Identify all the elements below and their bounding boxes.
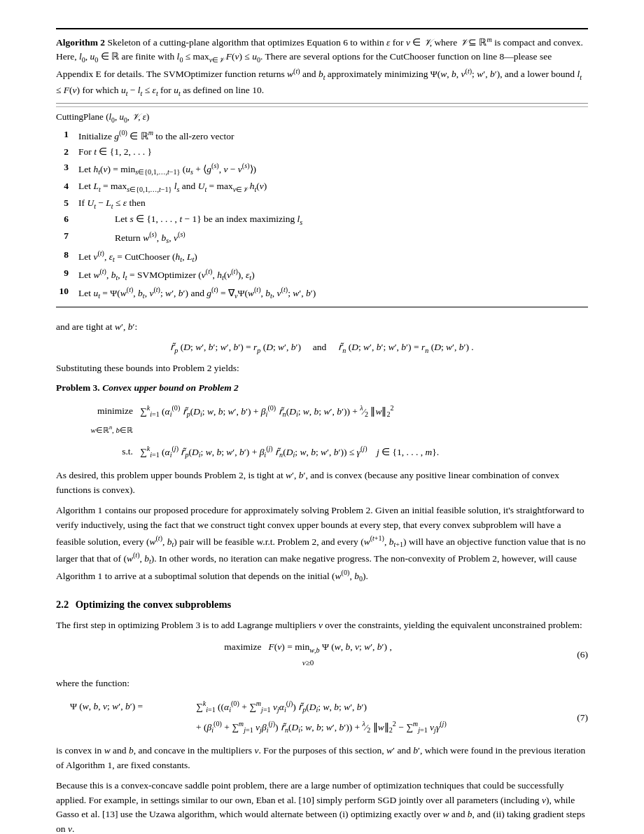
problem3-bold: Problem 3. <box>56 382 100 393</box>
algo-lineno-9: 9 <box>56 265 76 284</box>
psi-line1: Ψ (w, b, v; w′, b′) = ∑ki=1 ((αi(0) + ∑m… <box>70 697 553 717</box>
algo-lineno-3: 3 <box>56 160 76 178</box>
algo-line-7: 7 Return w(s), bs, v(s) <box>56 228 588 246</box>
psi-lhs: Ψ (w, b, v; w′, b′) = <box>70 697 196 716</box>
algorithm-header: Algorithm 2 Skeleton of a cutting-plane … <box>56 34 588 99</box>
substituting-text: Substituting these bounds into Problem 2… <box>56 361 588 376</box>
minimize-word: minimize <box>97 405 133 416</box>
algo-lineno-8: 8 <box>56 247 76 265</box>
problem3-math: minimize w∈ℝn, b∈ℝ ∑ki=1 (αi(0) r̃p(Di; … <box>56 401 588 462</box>
psi-line2: + (βi(0) + ∑mj=1 vjβi(j)) r̃n(Di; w, b; … <box>196 717 553 737</box>
algorithm-title: Algorithm 2 <box>56 37 105 48</box>
st-label: s.t. <box>56 442 140 461</box>
algo-code-3: Let ht(v) = mins∈{0,1,…,t−1} (us + ⟨g(s)… <box>76 160 588 178</box>
problem3-label: Problem 3. Convex upper bound on Problem… <box>56 381 588 396</box>
algo-line-10: 10 Let ut = Ψ(w(t), bt, v(t); w′, b′) an… <box>56 284 588 302</box>
v-constraint: v≥0 <box>302 658 314 667</box>
problem3-constraint: ∑ki=1 (αi(j) r̃p(Di; w, b; w′, b′) + βi(… <box>140 442 439 462</box>
algo-procedure-name: CuttingPlane (l0, u0, 𝒱, ε) <box>56 106 588 125</box>
algo-lineno-7: 7 <box>56 228 76 246</box>
algo-lineno-5: 5 <box>56 195 76 212</box>
algo-line-9: 9 Let w(t), bt, lt = SVMOptimizer (v(t),… <box>56 265 588 284</box>
is-convex-text: is convex in w and b, and concave in the… <box>56 744 588 773</box>
algo-line-4: 4 Let Lt = maxs∈{0,1,…,t−1} ls and Ut = … <box>56 179 588 195</box>
algo-code-8: Let v(t), εt = CutChooser (ht, Lt) <box>76 247 588 265</box>
problem3-objective: ∑ki=1 (αi(0) r̃p(Di; w, b; w′, b′) + βi(… <box>140 401 394 422</box>
algo-code-4: Let Lt = maxs∈{0,1,…,t−1} ls and Ut = ma… <box>76 179 588 195</box>
algo-lineno-6: 6 <box>56 211 76 228</box>
algo1-description: Algorithm 1 contains our proposed proced… <box>56 503 588 585</box>
algo-line-6: 6 Let s ∈ {1, . . . , t − 1} be an index… <box>56 211 588 228</box>
problem3-constraint-row: s.t. ∑ki=1 (αi(j) r̃p(Di; w, b; w′, b′) … <box>56 442 588 462</box>
algo-lineno-10: 10 <box>56 284 76 302</box>
algo-code-5: If Ut − Lt ≤ ε then <box>76 195 588 212</box>
equation-6-content: maximize F(v) = minw,b Ψ (w, b, v; w′, b… <box>56 640 560 669</box>
algo-code-7: Return w(s), bs, v(s) <box>76 228 588 246</box>
as-desired-text: As desired, this problem upper bounds Pr… <box>56 468 588 498</box>
tight-equations: r̃p (D; w′, b′; w′, b′) = rp (D; w′, b′)… <box>56 340 588 356</box>
algo-code-2: For t ∈ {1, 2, . . . } <box>76 144 588 160</box>
algo-line-1: 1 Initialize g(0) ∈ ℝm to the all-zero v… <box>56 127 588 144</box>
problem3-obj-row: minimize w∈ℝn, b∈ℝ ∑ki=1 (αi(0) r̃p(Di; … <box>56 401 588 439</box>
psi-rhs: ∑ki=1 ((αi(0) + ∑mj=1 vjαi(j)) r̃p(Di; w… <box>196 697 367 717</box>
algo-code-6: Let s ∈ {1, . . . , t − 1} be an index m… <box>76 211 588 228</box>
algo-code-1: Initialize g(0) ∈ ℝm to the all-zero vec… <box>76 127 588 144</box>
algo-code-9: Let w(t), bt, lt = SVMOptimizer (v(t), h… <box>76 265 588 284</box>
equation-7-block: Ψ (w, b, v; w′, b′) = ∑ki=1 ((αi(0) + ∑m… <box>70 697 588 738</box>
section22-title: Optimizing the convex subproblems <box>76 599 231 610</box>
tight-bounds-para: and are tight at w′, b′: <box>56 320 588 335</box>
algo-line-2: 2 For t ∈ {1, 2, . . . } <box>56 144 588 160</box>
equation-7-row: Ψ (w, b, v; w′, b′) = ∑ki=1 ((αi(0) + ∑m… <box>70 697 588 738</box>
algorithm-steps: 1 Initialize g(0) ∈ ℝm to the all-zero v… <box>56 127 588 303</box>
minimize-subscript: w∈ℝn, b∈ℝ <box>91 426 133 434</box>
equation-6-number: (6) <box>560 648 588 662</box>
algo-lineno-4: 4 <box>56 179 76 195</box>
section22-num: 2.2 <box>56 599 69 610</box>
where-function-text: where the function: <box>56 676 588 691</box>
equation-6-block: maximize F(v) = minw,b Ψ (w, b, v; w′, b… <box>56 640 588 669</box>
algo-lineno-1: 1 <box>56 127 76 144</box>
algorithm-description: Skeleton of a cutting-plane algorithm th… <box>56 37 583 95</box>
minimize-label: minimize w∈ℝn, b∈ℝ <box>56 401 140 439</box>
equation-7-content: Ψ (w, b, v; w′, b′) = ∑ki=1 ((αi(0) + ∑m… <box>70 697 553 738</box>
section22-heading: 2.2 Optimizing the convex subproblems <box>56 597 588 613</box>
algo-divider <box>56 103 588 104</box>
algo-line-5: 5 If Ut − Lt ≤ ε then <box>56 195 588 212</box>
first-step-text: The first step in optimizing Problem 3 i… <box>56 618 588 633</box>
algorithm-box: Algorithm 2 Skeleton of a cutting-plane … <box>56 28 588 307</box>
equation-7-number: (7) <box>553 708 588 727</box>
because-convex-text: Because this is a convex-concave saddle … <box>56 779 588 834</box>
algo-line-8: 8 Let v(t), εt = CutChooser (ht, Lt) <box>56 247 588 265</box>
problem3-italic: Convex upper bound on Problem 2 <box>102 382 239 393</box>
algo-code-10: Let ut = Ψ(w(t), bt, v(t); w′, b′) and g… <box>76 284 588 302</box>
algo-line-3: 3 Let ht(v) = mins∈{0,1,…,t−1} (us + ⟨g(… <box>56 160 588 178</box>
page-content: Algorithm 2 Skeleton of a cutting-plane … <box>56 28 588 834</box>
algo-lineno-2: 2 <box>56 144 76 160</box>
